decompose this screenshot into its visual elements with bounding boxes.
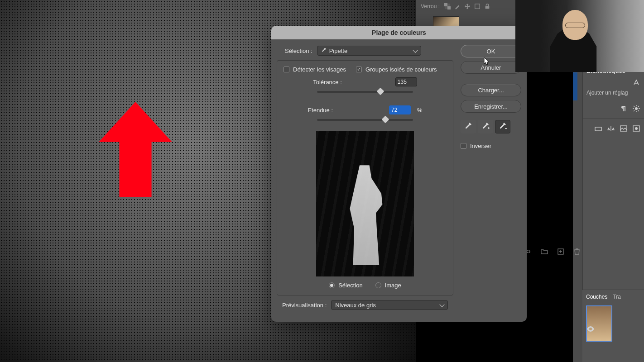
mask-icon[interactable] — [632, 124, 640, 133]
isolated-groups-label: Groupes isolés de couleurs — [365, 66, 437, 73]
lock-brush-icon[interactable] — [454, 3, 461, 10]
channels-panel: Couches Tra — [582, 290, 644, 362]
tolerance-slider-thumb[interactable] — [376, 88, 384, 95]
lock-label: Verrou : — [421, 3, 440, 10]
eyedropper-sample-button[interactable] — [461, 120, 476, 133]
tolerance-input[interactable] — [395, 77, 417, 86]
selection-label: Sélection : — [285, 48, 312, 54]
svg-point-12 — [635, 127, 638, 130]
previsualisation-dropdown[interactable]: Niveaux de gris — [331, 300, 448, 310]
webcam-overlay — [515, 0, 644, 72]
detect-faces-checkbox[interactable] — [284, 67, 289, 72]
chevron-down-icon — [413, 48, 418, 52]
selection-value: Pipette — [329, 48, 347, 54]
add-adjustment-label: Ajouter un réglag — [583, 90, 644, 101]
range-slider[interactable] — [317, 119, 413, 121]
paragraph-icon[interactable] — [620, 105, 628, 113]
eyedropper-icon — [321, 48, 327, 53]
lock-transparency-icon[interactable] — [444, 3, 451, 10]
lock-artboard-icon[interactable] — [474, 3, 481, 10]
annotation-arrow-icon — [99, 102, 172, 197]
isolated-groups-checkbox[interactable] — [356, 67, 362, 72]
save-button[interactable]: Enregistrer... — [461, 100, 521, 113]
type-icon[interactable] — [632, 78, 640, 86]
channel-thumbnail[interactable] — [586, 305, 612, 342]
dialog-title: Plage de couleurs — [271, 26, 527, 39]
range-label: Etendue : — [308, 107, 333, 114]
color-range-dialog: Plage de couleurs Sélection : Pipette Dé… — [271, 26, 527, 322]
brightness-icon[interactable] — [632, 105, 640, 113]
lock-options-row — [444, 3, 490, 10]
image-icon[interactable] — [620, 124, 628, 133]
ok-button[interactable]: OK — [461, 45, 521, 57]
visibility-eye-icon[interactable] — [587, 326, 594, 333]
new-layer-icon[interactable] — [557, 248, 564, 255]
tab-traces[interactable]: Tra — [613, 294, 621, 300]
lock-all-icon[interactable] — [484, 3, 490, 10]
preview-image-radio[interactable] — [375, 282, 381, 288]
lock-move-icon[interactable] — [464, 3, 471, 10]
tolerance-label: Tolérance : — [313, 79, 342, 86]
previsualisation-label: Prévisualisation : — [282, 302, 327, 309]
preview-selection-label: Sélection — [338, 282, 362, 289]
preview-selection-radio[interactable] — [329, 282, 335, 288]
folder-icon[interactable] — [541, 248, 548, 255]
svg-rect-9 — [595, 127, 601, 131]
svg-point-8 — [635, 107, 638, 110]
eyedropper-add-button[interactable] — [478, 120, 493, 133]
options-group: Détecter les visages Groupes isolés de c… — [277, 60, 453, 295]
tolerance-slider[interactable] — [317, 91, 413, 93]
range-unit: % — [417, 107, 423, 114]
swatches-icon[interactable] — [594, 124, 602, 133]
eyedropper-subtract-button[interactable] — [495, 120, 510, 133]
cancel-button[interactable]: Annuler — [461, 61, 521, 74]
preview-image-label: Image — [385, 282, 401, 289]
svg-rect-2 — [485, 6, 490, 9]
selection-preview — [316, 131, 414, 276]
balance-icon[interactable] — [607, 124, 615, 133]
range-slider-thumb[interactable] — [381, 116, 389, 124]
invert-checkbox[interactable] — [461, 143, 466, 149]
trash-icon[interactable] — [573, 248, 581, 255]
layer-panel-footer-icons — [524, 248, 581, 255]
range-input[interactable] — [389, 105, 411, 114]
previsualisation-value: Niveaux de gris — [335, 302, 376, 309]
chevron-down-icon — [439, 302, 444, 307]
load-button[interactable]: Charger... — [461, 84, 521, 96]
tab-couches[interactable]: Couches — [586, 294, 607, 300]
detect-faces-label: Détecter les visages — [293, 66, 346, 73]
invert-label: Inverser — [470, 143, 491, 149]
selection-dropdown[interactable]: Pipette — [317, 46, 421, 56]
svg-rect-1 — [475, 4, 480, 9]
